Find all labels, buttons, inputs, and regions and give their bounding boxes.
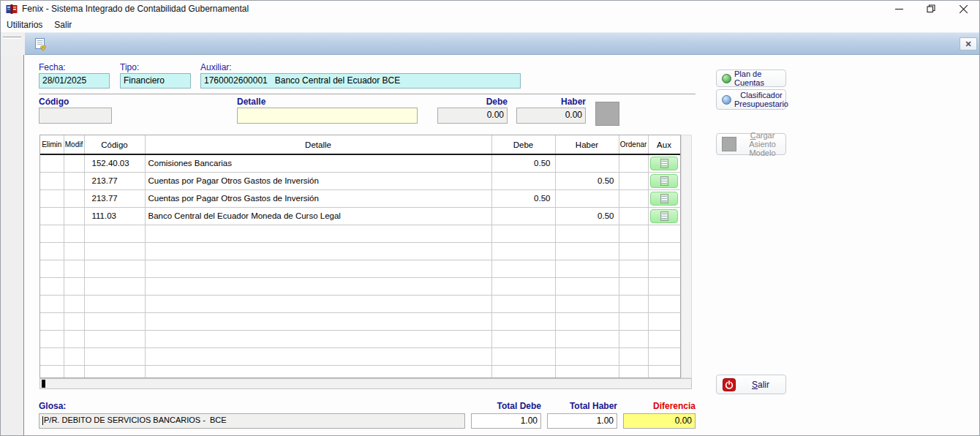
haber-cell — [555, 189, 619, 207]
debe-cell — [491, 172, 555, 189]
codigo-entry-input[interactable] — [39, 108, 112, 124]
aux-cell — [648, 225, 680, 242]
glosa-input[interactable]: P/R. DEBITO DE SERVICIOS BANCARIOS - BCE — [39, 413, 465, 429]
codigo-cell: 213.77 — [84, 189, 145, 207]
minimize-button[interactable] — [883, 1, 915, 17]
modif-cell[interactable] — [64, 207, 84, 225]
haber-entry-input[interactable]: 0.00 — [516, 108, 586, 124]
scrollbar-thumb[interactable] — [42, 380, 45, 388]
total-debe-field: 1.00 — [471, 413, 541, 429]
aux-cell — [648, 154, 680, 172]
glosa-text: P/R. DEBITO DE SERVICIOS BANCARIOS - BCE — [44, 416, 227, 424]
modif-cell — [64, 330, 84, 347]
new-document-button[interactable] — [31, 36, 49, 53]
plan-de-cuentas-button[interactable]: Plan de Cuentas — [716, 69, 786, 87]
aux-detail-button[interactable] — [650, 192, 678, 206]
power-icon — [723, 378, 736, 391]
grid-vertical-scrollbar[interactable] — [681, 135, 692, 378]
codigo-entry-label: Código — [39, 97, 69, 107]
left-margin — [1, 55, 23, 436]
diferencia-field: 0.00 — [623, 413, 696, 429]
haber-cell — [555, 260, 619, 277]
elimin-cell — [40, 312, 64, 330]
debe-cell — [491, 242, 555, 260]
restore-button[interactable] — [915, 1, 947, 17]
detalle-entry-input[interactable] — [237, 108, 418, 124]
app-window: Fenix - Sistema Integrado de Contabilida… — [0, 0, 980, 436]
empty-row — [40, 225, 680, 242]
empty-row — [40, 365, 680, 378]
auxiliar-input[interactable]: 1760002600001 Banco Central del Ecuador … — [200, 73, 521, 89]
toolbar: ✕ — [25, 32, 980, 55]
total-debe-label: Total Debe — [471, 401, 541, 411]
menubar: Utilitarios Salir — [1, 17, 979, 32]
ordenar-cell[interactable] — [619, 172, 648, 189]
detalle-cell: Banco Central del Ecuador Moneda de Curs… — [145, 207, 491, 225]
haber-cell — [555, 295, 619, 312]
clasificador-presupuestario-button[interactable]: Clasificador Presupuestario — [716, 89, 786, 110]
codigo-cell: 213.77 — [84, 172, 145, 189]
menu-utilitarios[interactable]: Utilitarios — [1, 18, 48, 32]
table-row: 213.77Cuentas por Pagar Otros Gastos de … — [40, 189, 680, 207]
modif-cell[interactable] — [64, 154, 84, 172]
menu-salir[interactable]: Salir — [48, 18, 78, 32]
cargar-asiento-modelo-button[interactable]: Cargar Asiento Modelo — [716, 133, 786, 155]
aux-detail-button[interactable] — [650, 157, 678, 170]
section-divider — [39, 94, 696, 94]
aux-cell — [648, 312, 680, 330]
empty-row — [40, 347, 680, 365]
fecha-label: Fecha: — [39, 62, 66, 72]
haber-cell: 0.50 — [555, 207, 619, 225]
ordenar-cell — [619, 330, 648, 347]
fecha-input[interactable]: 28/01/2025 — [39, 73, 110, 89]
header-codigo: Código — [84, 135, 145, 154]
diferencia-label: Diferencia — [623, 401, 696, 411]
close-button[interactable] — [947, 1, 979, 17]
toolbar-grip-area — [1, 32, 25, 55]
codigo-cell: 111.03 — [84, 207, 145, 225]
ordenar-cell[interactable] — [619, 154, 648, 172]
elimin-cell[interactable] — [40, 154, 64, 172]
ordenar-cell[interactable] — [619, 189, 648, 207]
aux-detail-button[interactable] — [650, 174, 678, 188]
codigo-cell — [84, 347, 145, 365]
total-haber-field: 1.00 — [547, 413, 617, 429]
tipo-label: Tipo: — [120, 62, 139, 72]
salir-label: Salir — [752, 380, 769, 389]
document-form-icon — [33, 37, 48, 51]
detalle-cell — [145, 295, 491, 312]
total-haber-label: Total Haber — [547, 401, 617, 411]
debe-entry-input[interactable]: 0.00 — [437, 108, 508, 124]
grid-horizontal-scrollbar[interactable] — [39, 378, 692, 389]
document-icon — [660, 194, 668, 203]
empty-row — [40, 260, 680, 277]
modif-cell[interactable] — [64, 189, 84, 207]
elimin-cell[interactable] — [40, 189, 64, 207]
haber-cell — [555, 347, 619, 365]
elimin-cell[interactable] — [40, 207, 64, 225]
ordenar-cell[interactable] — [619, 207, 648, 225]
glosa-label: Glosa: — [39, 401, 66, 411]
entries-grid: Elimin Modif Código Detalle Debe Haber O… — [39, 135, 681, 378]
header-debe: Debe — [491, 135, 555, 154]
modif-cell — [64, 347, 84, 365]
document-icon — [660, 159, 668, 168]
document-icon — [660, 211, 668, 221]
gray-square-icon — [722, 137, 736, 151]
aux-cell — [648, 189, 680, 207]
elimin-cell — [40, 295, 64, 312]
elimin-cell — [40, 242, 64, 260]
debe-cell — [491, 277, 555, 295]
aux-detail-button[interactable] — [650, 209, 678, 223]
plan-de-cuentas-label: Plan de Cuentas — [734, 69, 785, 87]
empty-row — [40, 277, 680, 295]
salir-button[interactable]: Salir — [716, 375, 786, 394]
elimin-cell[interactable] — [40, 172, 64, 189]
detalle-cell: Cuentas por Pagar Otros Gastos de Invers… — [145, 189, 491, 207]
haber-cell — [555, 154, 619, 172]
close-panel-icon[interactable]: ✕ — [960, 37, 977, 50]
add-entry-button[interactable] — [595, 102, 619, 126]
tipo-input[interactable]: Financiero — [120, 73, 191, 89]
ordenar-cell — [619, 277, 648, 295]
modif-cell[interactable] — [64, 172, 84, 189]
